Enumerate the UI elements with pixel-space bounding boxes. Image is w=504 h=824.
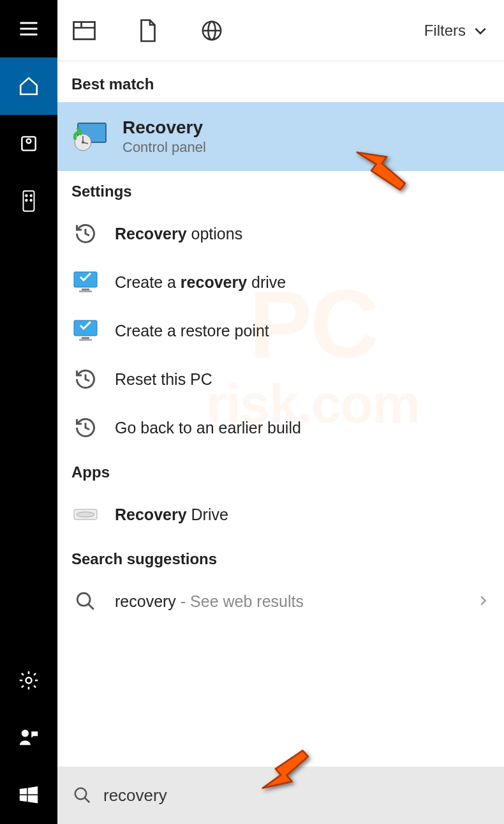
- chevron-down-icon: [472, 22, 489, 39]
- filters-dropdown[interactable]: Filters: [424, 22, 489, 40]
- feedback-button[interactable]: [0, 709, 57, 767]
- search-icon: [73, 786, 92, 805]
- apps-filter-button[interactable]: [73, 19, 96, 42]
- best-match-title: Recovery: [122, 117, 206, 138]
- svg-point-8: [26, 200, 27, 201]
- svg-point-34: [75, 788, 87, 800]
- filter-bar: Filters: [57, 0, 504, 61]
- history-icon: [71, 414, 100, 442]
- windows-logo-icon: [18, 784, 40, 806]
- search-panel: PC risk.com Filters Best match Recovery …: [57, 0, 504, 824]
- suggestion-text: recovery - See web results: [115, 592, 304, 611]
- search-icon: [71, 587, 100, 615]
- suggestions-header: Search suggestions: [57, 539, 504, 577]
- svg-point-10: [26, 677, 31, 683]
- result-label: Go back to an earlier build: [115, 419, 301, 437]
- result-label: Recovery Drive: [115, 506, 228, 524]
- result-label: Create a restore point: [115, 322, 269, 340]
- document-icon: [138, 19, 158, 42]
- gear-icon: [18, 670, 40, 691]
- result-label: Recovery options: [115, 225, 242, 243]
- svg-rect-28: [82, 337, 89, 339]
- settings-button[interactable]: [0, 652, 57, 709]
- hamburger-icon: [17, 17, 40, 40]
- settings-header: Settings: [57, 171, 504, 209]
- start-button[interactable]: [0, 767, 57, 824]
- home-icon: [18, 75, 40, 97]
- svg-point-7: [30, 195, 31, 196]
- result-label: Reset this PC: [115, 370, 212, 389]
- search-bar: [57, 767, 504, 824]
- filters-label: Filters: [424, 22, 466, 40]
- globe-icon: [201, 20, 223, 41]
- chevron-right-icon: [476, 590, 490, 612]
- svg-point-6: [26, 195, 27, 196]
- svg-point-11: [22, 730, 29, 737]
- settings-item-create-restore-point[interactable]: Create a restore point: [57, 306, 504, 355]
- svg-rect-5: [24, 191, 34, 211]
- disk-drive-icon: [71, 500, 100, 528]
- app-window-icon: [73, 21, 96, 40]
- result-label: Create a recovery drive: [115, 273, 286, 292]
- settings-item-recovery-options[interactable]: Recovery options: [57, 209, 504, 258]
- history-icon: [71, 365, 100, 393]
- search-input[interactable]: [103, 786, 489, 805]
- camera-button[interactable]: [0, 115, 57, 172]
- best-match-result[interactable]: Recovery Control panel: [57, 102, 504, 171]
- svg-point-32: [77, 593, 90, 606]
- best-match-header: Best match: [57, 61, 504, 102]
- remote-icon: [22, 190, 35, 212]
- search-sidebar: [0, 0, 57, 824]
- svg-point-4: [27, 139, 31, 144]
- feedback-icon: [18, 727, 40, 749]
- svg-rect-26: [79, 290, 92, 292]
- svg-rect-25: [82, 288, 89, 290]
- web-suggestion-item[interactable]: recovery - See web results: [57, 577, 504, 625]
- monitor-icon: [71, 317, 100, 345]
- svg-point-31: [77, 512, 94, 517]
- svg-rect-29: [79, 339, 92, 341]
- settings-item-create-recovery-drive[interactable]: Create a recovery drive: [57, 258, 504, 306]
- web-filter-button[interactable]: [200, 19, 223, 42]
- monitor-icon: [71, 268, 100, 296]
- svg-rect-12: [74, 22, 95, 39]
- apps-header: Apps: [57, 452, 504, 490]
- settings-item-reset-pc[interactable]: Reset this PC: [57, 355, 504, 403]
- remote-button[interactable]: [0, 172, 57, 230]
- home-button[interactable]: [0, 57, 57, 115]
- documents-filter-button[interactable]: [137, 19, 159, 42]
- hamburger-menu-button[interactable]: [0, 0, 57, 57]
- camera-icon: [19, 133, 39, 154]
- settings-item-go-back-build[interactable]: Go back to an earlier build: [57, 403, 504, 452]
- svg-line-33: [88, 604, 94, 610]
- svg-point-9: [30, 200, 31, 201]
- apps-item-recovery-drive[interactable]: Recovery Drive: [57, 490, 504, 539]
- history-icon: [71, 220, 100, 248]
- svg-line-35: [85, 798, 90, 803]
- recovery-cp-icon: [71, 119, 107, 154]
- best-match-subtitle: Control panel: [122, 139, 206, 156]
